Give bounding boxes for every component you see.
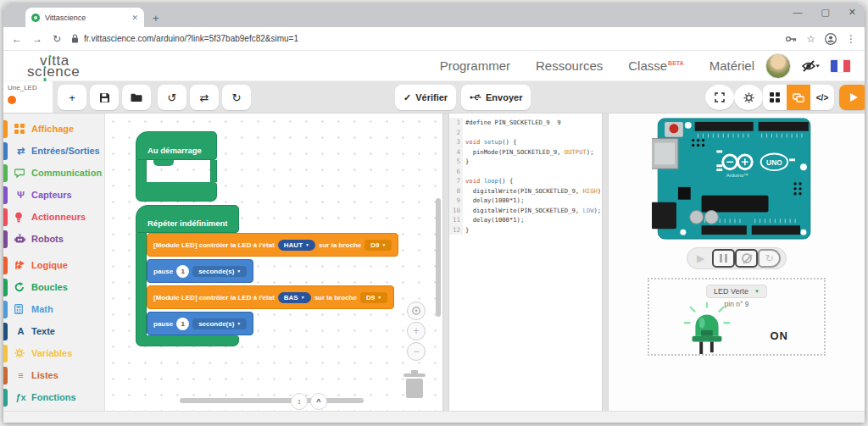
sim-play-button[interactable]: ▶ [689,249,712,268]
tab-close-icon[interactable]: ✕ [131,14,138,22]
blocks-view-button[interactable] [763,85,787,110]
password-key-icon[interactable] [786,36,797,42]
unit-dropdown[interactable]: seconde(s)▼ [192,266,247,277]
sidebar-item-actionneurs[interactable]: Actionneurs [3,206,104,228]
start-block[interactable]: Au démarrage [136,131,217,160]
sim-pause-button[interactable] [712,249,735,268]
window-close-button[interactable]: ✕ [849,7,856,18]
led-control-block[interactable]: [Module LED] contrôler la LED à l'étatBA… [147,285,394,309]
verify-button[interactable]: ✓ Vérifier [395,85,456,110]
fullscreen-button[interactable] [705,85,734,110]
browser-profile-icon[interactable] [825,33,837,45]
flag-red-band [843,60,850,72]
unit-dropdown[interactable]: seconde(s)▼ [192,318,247,329]
pause-block[interactable]: pause1seconde(s)▼ [147,312,253,335]
send-button[interactable]: Envoyer [461,85,531,110]
sidebar-item-label: Capteurs [31,190,72,200]
nav-item-mat-riel[interactable]: Matériel [709,58,754,73]
sidebar-item-math[interactable]: Math [3,298,104,320]
url-field[interactable]: fr.vittascience.com/arduino/?link=5f37ba… [71,34,776,43]
nav-item-classe[interactable]: ClasseBETA [628,58,683,73]
trash-dropzone[interactable] [402,369,427,400]
sidebar-item-affichage[interactable]: Affichage [3,118,104,140]
undo-button[interactable]: ↺ [158,85,186,110]
bookmark-star-icon[interactable]: ☆ [806,33,815,45]
line-number: 5 [449,157,463,167]
canvas-horizontal-scrollbar[interactable] [180,398,364,403]
sidebar-item-variables[interactable]: Variables [3,342,104,364]
sidebar-item-logique[interactable]: Logique [3,254,104,276]
start-block-label: Au démarrage [147,146,202,155]
state-dropdown[interactable]: BAS▼ [278,292,311,303]
sidebar-item-communication[interactable]: Communication [3,162,104,184]
hide-interface-menu[interactable] [801,59,820,73]
category-color-bar [3,230,8,248]
sidebar-item-listes[interactable]: ≡Listes [3,364,104,386]
panel-resize-button[interactable]: ↕ [291,393,308,410]
save-button[interactable] [90,85,119,110]
eye-slash-icon [801,59,820,73]
display-grid-icon [14,124,27,134]
sidebar-item-fonctions[interactable]: ƒxFonctions [3,386,104,408]
pin-dropdown[interactable]: D9▼ [364,240,392,251]
sim-debug-icon [742,253,752,263]
category-color-bar [3,279,8,296]
simulator-view-button[interactable] [787,85,810,110]
send-label: Envoyer [486,92,522,102]
vittascience-logo[interactable]: vıtta scıence [27,55,80,77]
device-select[interactable]: LED Verte ▼ [706,285,767,298]
code-text [463,128,465,138]
zoom-reset-button[interactable] [407,302,426,320]
sidebar-item-robots[interactable]: Robots [3,228,104,250]
new-tab-button[interactable]: + [153,12,159,25]
language-flag-france[interactable] [830,59,851,73]
board-brand-text: Arduino™ [726,173,748,178]
nav-item-ressources[interactable]: Ressources [536,58,603,73]
led-control-block[interactable]: [Module LED] contrôler la LED à l'étatHA… [147,233,398,257]
value-input[interactable]: 1 [176,265,189,278]
zoom-out-button[interactable]: − [407,342,426,361]
pin-dropdown[interactable]: D9▼ [360,292,387,303]
window-bottom-strip [3,411,865,423]
line-number: 10 [449,206,463,216]
chevron-down-icon: ▼ [236,321,241,326]
reset-button[interactable] [670,124,679,133]
run-button[interactable] [839,85,865,110]
panel-collapse-button[interactable]: ^ [310,393,327,410]
line-number: 12 [449,225,463,235]
pause-block[interactable]: pause1seconde(s)▼ [147,259,253,283]
nav-item-programmer[interactable]: Programmer [440,58,510,73]
project-tab[interactable]: Une_LED [3,81,53,113]
reload-icon[interactable]: ↻ [53,33,61,45]
blocks-code-divider[interactable] [442,113,449,411]
sim-restart-button[interactable]: ↻ [758,249,781,268]
loop-block[interactable]: Répéter indéfiniment [136,205,239,233]
redo-button[interactable]: ↻ [222,85,251,110]
state-dropdown[interactable]: HAUT▼ [278,240,315,251]
forward-icon[interactable]: → [32,33,42,45]
settings-button[interactable] [734,85,763,110]
value-input[interactable]: 1 [176,318,189,330]
user-avatar[interactable] [765,53,791,79]
browser-tab[interactable]: Vittascience ✕ [25,8,144,27]
reset-sync-button[interactable]: ⇄ [190,85,219,110]
back-icon[interactable]: ← [12,33,22,45]
window-minimize-button[interactable]: — [793,7,802,18]
sidebar-item-boucles[interactable]: Boucles [3,276,104,298]
sidebar-item-entr-es-sorties[interactable]: ⇄Entrées/Sorties [3,140,104,162]
canvas-vertical-scrollbar[interactable] [436,198,441,317]
code-simulator-divider[interactable] [602,113,609,411]
zoom-in-button[interactable]: + [407,322,426,340]
window-maximize-button[interactable]: ▢ [821,7,829,18]
sidebar-item-label: Communication [31,168,102,178]
block-canvas[interactable]: Au démarrage Répéter indéfiniment [Modul… [105,113,442,411]
arduino-uno-board[interactable]: UNO Arduino™ [652,115,821,242]
sim-debug-button[interactable] [735,249,758,268]
open-folder-button[interactable] [122,85,151,110]
code-line: 6 [449,167,602,177]
new-program-button[interactable]: + [58,85,86,110]
code-view-button[interactable]: </> [810,85,834,110]
browser-menu-icon[interactable]: ⋮ [846,33,856,45]
sidebar-item-texte[interactable]: ATexte [3,320,104,342]
sidebar-item-capteurs[interactable]: ΨCapteurs [3,184,104,206]
